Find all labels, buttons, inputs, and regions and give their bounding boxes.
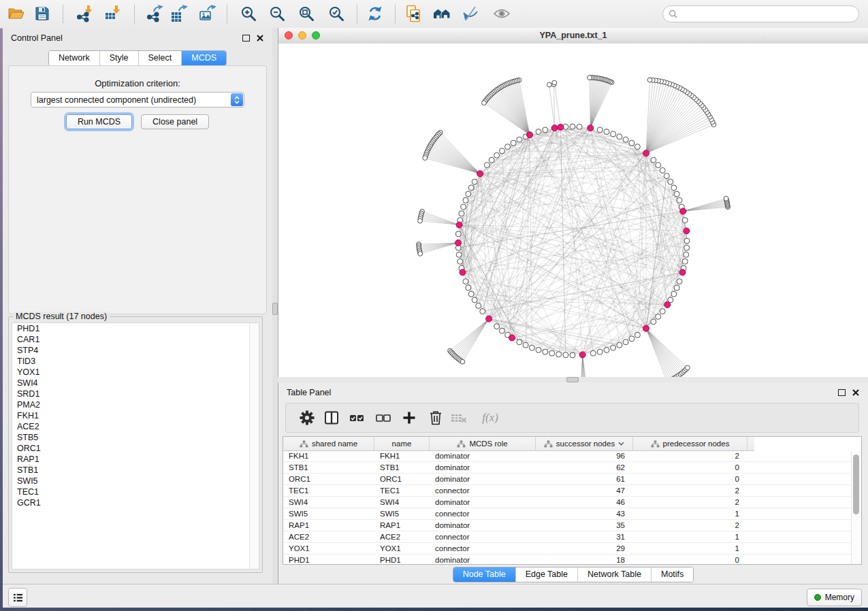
graph-node[interactable] [668, 179, 673, 184]
graph-node[interactable] [611, 345, 616, 350]
graph-node[interactable] [476, 303, 481, 308]
show-column-button[interactable] [321, 408, 342, 428]
mcds-result-item[interactable]: FKH1 [12, 410, 259, 421]
mcds-result-item[interactable]: STB1 [12, 465, 259, 476]
export-image-button[interactable] [196, 2, 219, 25]
mcds-result-item[interactable]: TEC1 [12, 486, 259, 497]
search-input[interactable] [677, 7, 858, 21]
graph-node[interactable] [656, 314, 661, 319]
table-scrollbar[interactable] [851, 450, 861, 564]
export-table-button[interactable] [167, 2, 191, 25]
tab-mcds[interactable]: MCDS [181, 51, 226, 65]
graph-node[interactable] [617, 342, 622, 348]
graph-hub-node-selected[interactable] [509, 335, 515, 341]
hide-selected-button[interactable] [459, 2, 482, 25]
graph-node[interactable] [494, 152, 500, 158]
graph-node[interactable] [463, 197, 468, 203]
graph-node[interactable] [634, 332, 640, 337]
zoom-selected-button[interactable] [325, 2, 348, 25]
graph-node[interactable] [472, 179, 477, 184]
horizontal-splitter[interactable] [278, 377, 868, 382]
graph-hub-node-selected[interactable] [664, 301, 671, 308]
table-row[interactable]: FKH1FKH1dominator962 [283, 450, 852, 462]
graph-node[interactable] [634, 144, 640, 150]
graph-node[interactable] [499, 328, 504, 333]
graph-node[interactable] [570, 352, 575, 358]
graph-node[interactable] [590, 350, 596, 356]
graph-node[interactable] [611, 131, 616, 137]
graph-node[interactable] [724, 196, 728, 201]
close-table-panel-button[interactable] [852, 389, 860, 397]
column-header-predecessor-nodes[interactable]: predecessor nodes [633, 437, 748, 450]
graph-node[interactable] [623, 340, 628, 345]
graph-node[interactable] [677, 197, 682, 203]
graph-node[interactable] [511, 140, 516, 146]
mcds-result-item[interactable]: GCR1 [12, 497, 259, 508]
splitter-handle[interactable] [272, 303, 278, 315]
zoom-out-button[interactable] [266, 2, 289, 25]
graph-node[interactable] [418, 218, 423, 223]
column-header-name[interactable]: name [374, 437, 430, 450]
tab-edge-table[interactable]: Edge Table [515, 567, 577, 582]
splitter-handle[interactable] [566, 377, 579, 382]
tab-network[interactable]: Network [49, 51, 99, 65]
first-neighbors-button[interactable] [430, 2, 453, 25]
mcds-list-scrollbar[interactable] [249, 323, 259, 569]
mcds-result-item[interactable]: PHD1 [12, 323, 259, 334]
graph-node[interactable] [423, 156, 428, 161]
graph-node[interactable] [651, 319, 656, 325]
graph-node[interactable] [684, 238, 690, 244]
graph-node[interactable] [682, 218, 688, 223]
mcds-result-item[interactable]: ORC1 [12, 443, 259, 454]
tab-node-table[interactable]: Node Table [453, 567, 515, 582]
graph-node[interactable] [489, 157, 494, 163]
zoom-in-button[interactable] [237, 2, 260, 25]
graph-node[interactable] [597, 127, 602, 133]
mcds-result-item[interactable]: TID3 [12, 356, 259, 367]
graph-node[interactable] [455, 231, 461, 237]
graph-node[interactable] [480, 309, 485, 314]
mcds-result-list[interactable]: PHD1CAR1STP4TID3YOX1SWI4SRD1PMA2FKH1ACE2… [12, 323, 259, 569]
column-header-shared-name[interactable]: shared name [283, 437, 374, 450]
graph-node[interactable] [577, 124, 582, 129]
column-header-mcds-role[interactable]: MCDS role [430, 437, 536, 450]
delete-column-button[interactable] [425, 408, 446, 428]
close-panel-button2[interactable]: Close panel [141, 114, 209, 129]
graph-node[interactable] [629, 140, 634, 146]
open-session-button[interactable] [5, 2, 28, 25]
table-row[interactable]: YOX1YOX1connector291 [283, 543, 852, 555]
graph-node[interactable] [660, 167, 665, 173]
graph-node[interactable] [466, 191, 471, 197]
mcds-result-item[interactable]: SWI4 [12, 378, 259, 389]
import-network-button[interactable] [74, 2, 97, 25]
mcds-result-item[interactable]: RAP1 [12, 454, 259, 465]
graph-node[interactable] [656, 163, 661, 168]
graph-hub-node-selected[interactable] [455, 240, 462, 246]
graph-node[interactable] [482, 101, 487, 105]
graph-node[interactable] [671, 291, 677, 297]
scrollbar-thumb[interactable] [853, 455, 859, 514]
graph-node[interactable] [677, 279, 682, 284]
graph-node[interactable] [457, 259, 463, 264]
network-canvas[interactable] [278, 44, 868, 377]
graph-node[interactable] [660, 309, 665, 314]
graph-node[interactable] [499, 148, 504, 154]
graph-node[interactable] [460, 359, 465, 364]
graph-node[interactable] [570, 124, 575, 129]
tab-style[interactable]: Style [99, 51, 138, 65]
graph-node[interactable] [647, 78, 652, 82]
mcds-result-item[interactable]: CAR1 [12, 334, 259, 345]
graph-node[interactable] [629, 336, 634, 342]
graph-node[interactable] [617, 134, 622, 139]
graph-node[interactable] [684, 252, 689, 257]
refresh-view-button[interactable] [364, 2, 387, 25]
float-panel-button[interactable] [242, 34, 250, 42]
panel-toggle-button[interactable] [8, 588, 27, 607]
graph-node[interactable] [549, 350, 555, 356]
graph-hub-node-selected[interactable] [551, 125, 558, 131]
graph-node[interactable] [682, 259, 688, 264]
new-network-from-selection-button[interactable] [402, 2, 425, 25]
mcds-result-item[interactable]: ACE2 [12, 421, 259, 432]
graph-node[interactable] [472, 297, 477, 303]
graph-node[interactable] [459, 211, 464, 216]
